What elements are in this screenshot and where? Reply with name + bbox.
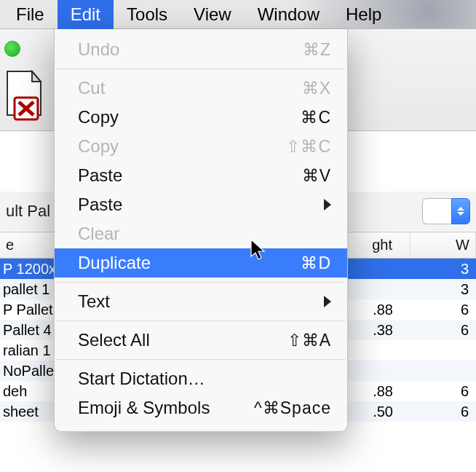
menu-file[interactable]: File — [3, 0, 57, 29]
submenu-arrow-icon — [324, 296, 331, 307]
menu-item-cut: Cut⌘X — [55, 74, 347, 103]
default-pallet-label: ult Pal — [6, 202, 50, 221]
combobox-field[interactable] — [422, 198, 451, 224]
menu-item-label: Copy — [78, 136, 286, 157]
combobox-stepper[interactable] — [451, 198, 470, 224]
menu-item-label: Duplicate — [78, 253, 301, 273]
menu-item-paste[interactable]: Paste — [55, 190, 347, 219]
menu-item-label: Emoji & Symbols — [78, 398, 254, 418]
menu-item-label: Undo — [78, 39, 303, 60]
menu-item-undo: Undo⌘Z — [55, 35, 347, 64]
col-w[interactable]: W — [410, 232, 476, 258]
svg-marker-1 — [32, 71, 41, 82]
menu-shortcut: ⌘X — [302, 79, 331, 98]
chevron-up-icon — [457, 207, 464, 211]
submenu-arrow-icon — [324, 199, 331, 211]
menu-item-label: Paste — [78, 194, 324, 215]
edit-menu-dropdown: Undo⌘ZCut⌘XCopy⌘CCopy⇧⌘CPaste⌘VPasteClea… — [54, 29, 348, 432]
cell-name: NoPallet — [0, 363, 55, 379]
menu-edit[interactable]: Edit — [57, 0, 114, 29]
menubar: File Edit Tools View Window Help — [0, 0, 476, 29]
menu-shortcut: ⌘Z — [303, 40, 331, 60]
cell-name: P Pallet — [0, 302, 55, 318]
menu-item-label: Clear — [78, 224, 331, 244]
menu-shortcut: ⌘C — [301, 108, 331, 127]
menu-item-label: Select All — [78, 330, 287, 350]
menu-shortcut: ⌘V — [302, 166, 331, 186]
menu-item-paste[interactable]: Paste⌘V — [55, 161, 347, 190]
cell-name: P 1200x — [0, 261, 55, 278]
menu-shortcut: ⇧⌘A — [287, 331, 331, 350]
menu-view[interactable]: View — [181, 0, 245, 29]
cell-name: Pallet 4 — [0, 322, 55, 339]
cell-name: ralian 1 — [0, 342, 55, 359]
menu-item-label: Copy — [78, 107, 301, 127]
cell-w: 3 — [410, 281, 476, 298]
menu-window[interactable]: Window — [245, 0, 333, 29]
col-name[interactable]: e — [0, 232, 55, 258]
chevron-down-icon — [457, 212, 464, 216]
menu-item-select-all[interactable]: Select All⇧⌘A — [55, 326, 347, 355]
menu-separator — [56, 359, 346, 360]
menu-item-copy: Copy⇧⌘C — [55, 132, 347, 161]
cell-w: 6 — [410, 302, 476, 318]
menu-tools[interactable]: Tools — [114, 0, 181, 29]
menu-shortcut: ⌘D — [301, 253, 331, 273]
cell-w: 6 — [410, 404, 476, 420]
cell-w: 3 — [410, 261, 476, 278]
menu-item-start-dictation[interactable]: Start Dictation… — [55, 364, 347, 393]
cell-w: 6 — [410, 322, 476, 339]
menu-shortcut: ^⌘Space — [254, 398, 331, 418]
menu-item-clear: Clear — [55, 219, 347, 248]
menu-item-emoji-symbols[interactable]: Emoji & Symbols^⌘Space — [55, 393, 347, 422]
menu-shortcut: ⇧⌘C — [286, 137, 331, 157]
menu-item-duplicate[interactable]: Duplicate⌘D — [55, 248, 347, 278]
menu-item-label: Cut — [78, 78, 302, 98]
menu-item-copy[interactable]: Copy⌘C — [55, 103, 347, 132]
delete-document-icon[interactable] — [3, 70, 45, 121]
menu-separator — [56, 68, 346, 69]
menu-item-label: Text — [78, 291, 324, 312]
cell-name: pallet 1 — [0, 281, 55, 298]
cell-w: 6 — [410, 383, 476, 400]
menu-separator — [56, 320, 346, 321]
cell-name: deh — [0, 383, 55, 400]
menu-help[interactable]: Help — [333, 0, 394, 29]
menu-item-label: Start Dictation… — [78, 369, 331, 389]
default-pallet-combobox[interactable] — [422, 198, 470, 224]
cell-name: sheet — [0, 404, 55, 420]
menu-separator — [56, 282, 346, 283]
menu-item-text[interactable]: Text — [55, 287, 347, 316]
menu-item-label: Paste — [78, 165, 302, 186]
window-zoom-button[interactable] — [4, 41, 20, 57]
